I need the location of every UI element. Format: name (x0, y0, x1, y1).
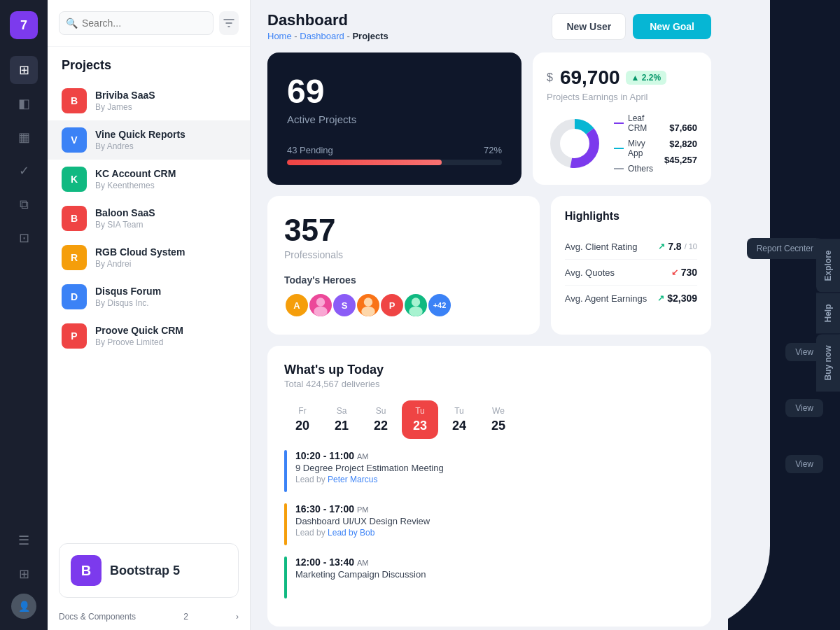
project-by-3: By SIA Team (95, 220, 236, 230)
search-input[interactable] (59, 11, 214, 35)
svg-point-4 (314, 307, 328, 316)
pending-label: 43 Pending (287, 145, 333, 155)
project-logo-1: V (62, 127, 87, 153)
sidebar-icon-check[interactable]: ✓ (10, 157, 38, 185)
cal-day-2[interactable]: Su 22 (363, 400, 399, 439)
donut-chart (547, 115, 603, 172)
cal-day-name-1: Sa (337, 406, 347, 416)
project-item-5[interactable]: D Disqus Forum By Disqus Inc. (48, 277, 250, 316)
event-person-1[interactable]: Lead by Bob (328, 528, 374, 538)
project-logo-2: K (62, 167, 87, 192)
project-item-2[interactable]: K KC Account CRM By Keenthemes (48, 160, 250, 199)
highlight-row-2: Avg. Agent Earnings ↗ $2,309 (565, 286, 697, 311)
event-bar-0 (284, 450, 287, 492)
avatar-0: A (284, 293, 309, 318)
event-ampm-0: AM (357, 452, 369, 461)
project-name-4: RGB Cloud System (95, 246, 236, 258)
avatar-4: P (379, 293, 405, 318)
user-number-avatar[interactable]: 7 (10, 11, 38, 39)
right-panel: Report Cecnter View View View Explore He… (728, 0, 840, 630)
event-title-2: Marketing Campaign Discussion (295, 569, 694, 580)
highlight-row-0: Avg. Client Rating ↗ 7.8 / 10 (565, 234, 697, 260)
row-1: 69 Active Projects 43 Pending 72% $ 69,7… (267, 52, 711, 185)
cal-day-name-3: Tu (415, 406, 425, 416)
legend-val-0: $7,660 (664, 122, 697, 133)
cal-day-name-2: Su (376, 406, 386, 416)
project-item-0[interactable]: B Briviba SaaS By James (48, 81, 250, 120)
project-by-1: By Andres (95, 141, 236, 151)
new-goal-button[interactable]: New Goal (633, 14, 711, 39)
tab-explore[interactable]: Explore (816, 238, 840, 292)
header-title-wrap: Dashboard Home - Dashboard - Projects (267, 11, 388, 41)
event-item-1: 16:30 - 17:00 PM Dashboard UI/UX Design … (284, 503, 694, 545)
cal-day-3[interactable]: Tu 23 (402, 400, 438, 439)
sidebar-icon-grid2[interactable]: ⊞ (10, 560, 38, 588)
cal-day-name-5: We (492, 406, 505, 416)
avatar-2: S (332, 293, 357, 318)
breadcrumb: Home - Dashboard - Projects (267, 31, 388, 41)
main-content: Dashboard Home - Dashboard - Projects Ne… (251, 0, 728, 630)
project-name-0: Briviba SaaS (95, 90, 236, 101)
highlight-val-2: ↗ $2,309 (657, 293, 697, 304)
sidebar-icon-layers[interactable]: ◧ (10, 90, 38, 118)
cal-day-1[interactable]: Sa 21 (323, 400, 360, 439)
page-title: Dashboard (267, 11, 388, 29)
event-content-2: 12:00 - 13:40 AM Marketing Campaign Disc… (295, 556, 694, 580)
project-item-3[interactable]: B Baloon SaaS By SIA Team (48, 199, 250, 238)
view-button-1[interactable]: View (785, 399, 823, 417)
project-item-6[interactable]: P Proove Quick CRM By Proove Limited (48, 316, 250, 356)
report-center-button[interactable]: Report Cecnter (747, 238, 823, 259)
project-name-1: Vine Quick Reports (95, 129, 236, 140)
project-by-4: By Andrei (95, 259, 236, 269)
tab-help[interactable]: Help (816, 293, 840, 334)
earnings-legend: Leaf CRM Mivy App Others (614, 113, 653, 174)
legend-leaf-label: Leaf CRM (628, 113, 653, 133)
project-item-1[interactable]: V Vine Quick Reports By Andres (48, 120, 250, 160)
top-header: Dashboard Home - Dashboard - Projects Ne… (251, 0, 728, 52)
sidebar-icon-message[interactable]: ☰ (10, 526, 38, 554)
dashboard-grid: 69 Active Projects 43 Pending 72% $ 69,7… (251, 52, 728, 630)
legend-mivy-label: Mivy App (628, 139, 653, 158)
new-user-button[interactable]: New User (552, 13, 626, 40)
sidebar-icon-chart[interactable]: ▦ (10, 123, 38, 151)
highlight-row-1: Avg. Quotes ↙ 730 (565, 260, 697, 286)
pending-pct: 72% (484, 145, 502, 155)
sidebar-user-avatar[interactable]: 👤 (11, 594, 36, 619)
avatars-row: A S P +42 (284, 293, 523, 318)
cal-day-5[interactable]: We 25 (480, 400, 517, 439)
event-person-0[interactable]: Peter Marcus (328, 475, 377, 484)
highlight-label-0: Avg. Client Rating (565, 241, 638, 252)
breadcrumb-home[interactable]: Home (267, 31, 292, 41)
avatar-more: +42 (427, 293, 452, 318)
sidebar-icon-briefcase[interactable]: ⊡ (10, 224, 38, 252)
cal-day-name-0: Fr (298, 406, 306, 416)
sidebar-icon-grid[interactable]: ⊞ (10, 56, 38, 84)
calendar-title: What's up Today (284, 363, 694, 377)
breadcrumb-dashboard[interactable]: Dashboard (300, 31, 344, 41)
docs-label: Docs & Components (59, 612, 136, 622)
filter-button[interactable] (219, 11, 239, 35)
event-title-1: Dashboard UI/UX Design Review (295, 516, 694, 526)
event-content-0: 10:20 - 11:00 AM 9 Degree Project Estima… (295, 450, 694, 484)
project-item-4[interactable]: R RGB Cloud System By Andrei (48, 238, 250, 277)
events-container: 10:20 - 11:00 AM 9 Degree Project Estima… (284, 450, 694, 598)
projects-title: Projects (48, 47, 250, 78)
svg-point-6 (361, 307, 375, 316)
tab-buy-now[interactable]: Buy now (816, 334, 840, 392)
project-info-5: Disqus Forum By Disqus Inc. (95, 286, 236, 308)
highlights-card: Highlights Avg. Client Rating ↗ 7.8 / 10… (551, 196, 711, 335)
project-logo-5: D (62, 284, 87, 309)
svg-point-5 (364, 298, 372, 306)
project-logo-0: B (62, 88, 87, 113)
cal-day-num-0: 20 (295, 419, 309, 433)
project-by-0: By James (95, 102, 236, 112)
view-button-2[interactable]: View (785, 455, 823, 473)
highlight-label-2: Avg. Agent Earnings (565, 293, 648, 304)
sidebar-icon-stack[interactable]: ⧉ (10, 190, 38, 218)
cal-day-4[interactable]: Tu 24 (441, 400, 477, 439)
avatar-3 (356, 293, 381, 318)
cal-day-0[interactable]: Fr 20 (284, 400, 321, 439)
docs-count: 2 (183, 612, 188, 622)
event-title-0: 9 Degree Project Estimation Meeting (295, 463, 694, 473)
heroes-label: Today's Heroes (284, 274, 523, 286)
